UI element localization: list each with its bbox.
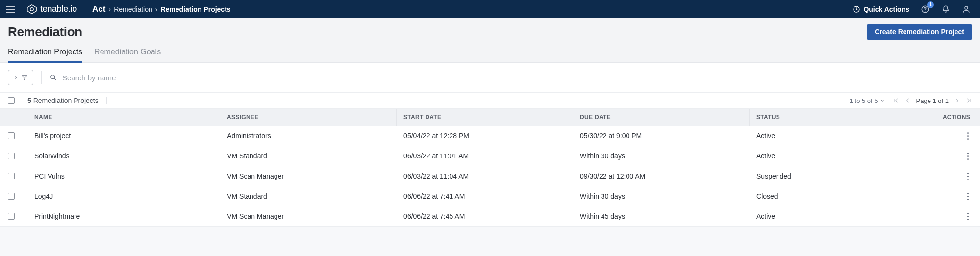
table-row[interactable]: Log4JVM Standard06/06/22 at 7:41 AMWithi… bbox=[0, 186, 980, 206]
tab-remediation-projects[interactable]: Remediation Projects bbox=[8, 45, 82, 63]
cell-assignee: VM Scan Manager bbox=[220, 206, 397, 226]
cell-due-date: Within 30 days bbox=[573, 146, 750, 166]
cell-status: Active bbox=[750, 206, 926, 226]
brand-text: tenable.io bbox=[40, 4, 77, 14]
page-indicator: Page 1 of 1 bbox=[916, 97, 949, 104]
quick-actions-button[interactable]: Quick Actions bbox=[853, 5, 909, 13]
count-number: 5 bbox=[27, 97, 31, 104]
breadcrumb-leaf[interactable]: Remediation Projects bbox=[160, 5, 230, 13]
bell-icon bbox=[941, 5, 950, 14]
table-row[interactable]: PrintNightmareVM Scan Manager06/06/22 at… bbox=[0, 206, 980, 227]
range-text: 1 to 5 of 5 bbox=[850, 97, 878, 104]
svg-point-5 bbox=[965, 6, 968, 9]
app-header: tenable.io Act › Remediation › Remediati… bbox=[0, 0, 980, 18]
cell-name: PCI Vulns bbox=[27, 166, 220, 186]
cell-status: Closed bbox=[750, 186, 926, 206]
row-checkbox[interactable] bbox=[8, 153, 15, 159]
cell-name: SolarWinds bbox=[27, 146, 220, 166]
cell-start-date: 06/03/22 at 11:01 AM bbox=[397, 146, 573, 166]
help-button[interactable]: 1 bbox=[920, 4, 930, 14]
svg-marker-0 bbox=[27, 4, 36, 13]
chevron-right-icon: › bbox=[108, 5, 111, 13]
th-assignee[interactable]: ASSIGNEE bbox=[220, 109, 397, 126]
th-checkbox bbox=[0, 109, 27, 126]
help-badge-count: 1 bbox=[927, 1, 934, 8]
cell-start-date: 06/06/22 at 7:41 AM bbox=[397, 186, 573, 206]
list-meta-row: 5 Remediation Projects 1 to 5 of 5 Page … bbox=[0, 92, 980, 109]
cell-status: Active bbox=[750, 126, 926, 146]
cell-start-date: 06/03/22 at 11:04 AM bbox=[397, 166, 573, 186]
th-name[interactable]: NAME bbox=[27, 109, 220, 126]
row-actions-button[interactable] bbox=[967, 131, 970, 141]
row-actions-button[interactable] bbox=[967, 211, 970, 221]
select-all-checkbox[interactable] bbox=[8, 97, 15, 104]
svg-point-1 bbox=[30, 7, 33, 10]
page-subheader: Remediation Create Remediation Project R… bbox=[0, 18, 980, 63]
svg-point-4 bbox=[925, 11, 926, 12]
tab-remediation-goals[interactable]: Remediation Goals bbox=[94, 45, 161, 63]
svg-point-6 bbox=[51, 75, 55, 79]
th-actions: ACTIONS bbox=[926, 109, 980, 126]
quick-actions-label: Quick Actions bbox=[863, 5, 909, 13]
brand[interactable]: tenable.io bbox=[26, 3, 85, 15]
projects-table: NAME ASSIGNEE START DATE DUE DATE STATUS… bbox=[0, 109, 980, 227]
row-checkbox[interactable] bbox=[8, 132, 15, 139]
table-row[interactable]: Bill's projectAdministrators05/04/22 at … bbox=[0, 126, 980, 146]
search bbox=[50, 74, 972, 82]
th-status[interactable]: STATUS bbox=[750, 109, 926, 126]
cell-name: PrintNightmare bbox=[27, 206, 220, 226]
pager-nav: Page 1 of 1 bbox=[893, 97, 973, 104]
user-button[interactable] bbox=[961, 4, 971, 14]
table-row[interactable]: SolarWindsVM Standard06/03/22 at 11:01 A… bbox=[0, 146, 980, 166]
row-checkbox[interactable] bbox=[8, 173, 15, 179]
breadcrumb: Act › Remediation › Remediation Projects bbox=[85, 4, 231, 14]
last-page-icon[interactable] bbox=[965, 97, 972, 104]
chevron-right-icon bbox=[13, 75, 18, 80]
cell-due-date: 09/30/22 at 12:00 AM bbox=[573, 166, 750, 186]
cell-due-date: Within 45 days bbox=[573, 206, 750, 226]
pagination: 1 to 5 of 5 Page 1 of 1 bbox=[850, 97, 972, 104]
toolbar bbox=[0, 63, 980, 92]
cell-start-date: 05/04/22 at 12:28 PM bbox=[397, 126, 573, 146]
chevron-right-icon: › bbox=[155, 5, 158, 13]
count-label: Remediation Projects bbox=[33, 97, 99, 104]
cell-name: Bill's project bbox=[27, 126, 220, 146]
cell-status: Suspended bbox=[750, 166, 926, 186]
range-dropdown[interactable]: 1 to 5 of 5 bbox=[850, 97, 885, 104]
page-title: Remediation bbox=[8, 25, 82, 40]
cell-assignee: Administrators bbox=[220, 126, 397, 146]
cell-assignee: VM Standard bbox=[220, 146, 397, 166]
menu-icon[interactable] bbox=[6, 3, 18, 15]
table-body: Bill's projectAdministrators05/04/22 at … bbox=[0, 126, 980, 227]
row-checkbox[interactable] bbox=[8, 193, 15, 200]
table-row[interactable]: PCI VulnsVM Scan Manager06/03/22 at 11:0… bbox=[0, 166, 980, 186]
first-page-icon[interactable] bbox=[893, 97, 900, 104]
cell-start-date: 06/06/22 at 7:45 AM bbox=[397, 206, 573, 226]
cell-name: Log4J bbox=[27, 186, 220, 206]
cell-status: Active bbox=[750, 146, 926, 166]
breadcrumb-mid[interactable]: Remediation bbox=[114, 5, 152, 13]
row-actions-button[interactable] bbox=[967, 151, 970, 161]
tenable-logo-icon bbox=[26, 4, 37, 15]
filter-toggle-button[interactable] bbox=[8, 70, 33, 85]
prev-page-icon[interactable] bbox=[905, 97, 911, 104]
breadcrumb-root[interactable]: Act bbox=[92, 4, 105, 14]
chevron-down-icon bbox=[880, 98, 885, 103]
create-remediation-button[interactable]: Create Remediation Project bbox=[867, 24, 972, 40]
row-checkbox[interactable] bbox=[8, 213, 15, 220]
row-actions-button[interactable] bbox=[967, 191, 970, 201]
search-icon bbox=[50, 74, 57, 81]
next-page-icon[interactable] bbox=[954, 97, 960, 104]
cell-due-date: Within 30 days bbox=[573, 186, 750, 206]
table-header: NAME ASSIGNEE START DATE DUE DATE STATUS… bbox=[0, 109, 980, 126]
tabs: Remediation Projects Remediation Goals bbox=[8, 43, 972, 62]
cell-assignee: VM Standard bbox=[220, 186, 397, 206]
row-actions-button[interactable] bbox=[967, 171, 970, 181]
cell-due-date: 05/30/22 at 9:00 PM bbox=[573, 126, 750, 146]
cell-assignee: VM Scan Manager bbox=[220, 166, 397, 186]
search-input[interactable] bbox=[62, 74, 209, 82]
th-start-date[interactable]: START DATE bbox=[397, 109, 573, 126]
th-due-date[interactable]: DUE DATE bbox=[573, 109, 750, 126]
notifications-button[interactable] bbox=[941, 4, 951, 14]
clock-icon bbox=[853, 5, 860, 13]
